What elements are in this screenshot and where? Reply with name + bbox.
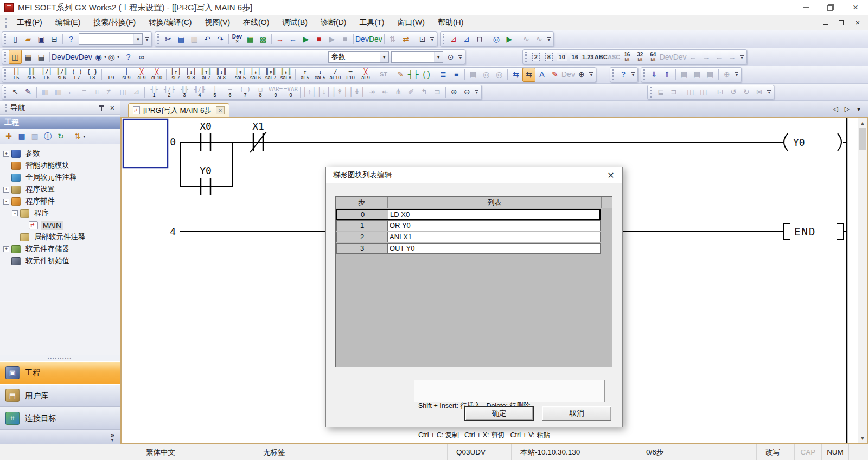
- delete-line-button[interactable]: ╳aF9: [358, 67, 373, 82]
- menu-item-9[interactable]: 窗口(W): [391, 16, 431, 30]
- polyline-icon[interactable]: ⊿: [130, 85, 143, 99]
- rising-pulse-close-branch-button[interactable]: ╢↟╟saF7: [263, 67, 278, 82]
- falling-pulse-branch-button[interactable]: ╢↓╟aF8: [214, 67, 229, 82]
- input-app-8-icon[interactable]: □8: [253, 85, 268, 99]
- device-display-green-icon[interactable]: Dev: [369, 32, 382, 46]
- close-contact-button[interactable]: ┤∕├F6: [39, 67, 54, 82]
- mdi-minimize-button[interactable]: [818, 17, 832, 28]
- device-comment-edit-icon[interactable]: Dev✕: [231, 32, 244, 46]
- tree-item-program-setting[interactable]: +程序设置: [0, 183, 120, 195]
- device-display-blue-icon[interactable]: Dev: [355, 32, 369, 46]
- ladder-check-icon[interactable]: ⊿: [460, 32, 473, 46]
- menu-item-6[interactable]: 调试(B): [276, 16, 314, 30]
- instruction-cell[interactable]: OUT Y0: [388, 244, 600, 253]
- toolbar-grip[interactable]: [612, 69, 615, 80]
- menu-item-0[interactable]: 工程(P): [10, 16, 49, 30]
- note-display-icon[interactable]: Dev: [79, 50, 92, 64]
- falling-pulse-button[interactable]: ┤↓├sF8: [183, 67, 199, 82]
- toolbar-overflow-icon[interactable]: [739, 50, 745, 63]
- tree-item-intelligent-module[interactable]: 智能功能模块: [0, 159, 120, 171]
- combo-dropdown-icon[interactable]: ▼: [380, 52, 388, 62]
- toolbar-overflow-icon[interactable]: [546, 33, 552, 46]
- st-edit-icon[interactable]: ST: [377, 68, 390, 82]
- user-setting-icon[interactable]: ⊕: [720, 68, 733, 82]
- save-project-icon[interactable]: ▣: [35, 32, 48, 46]
- pulse-down2-icon[interactable]: ┤↡├: [348, 85, 366, 99]
- nav-copy-icon[interactable]: ▤: [15, 130, 28, 144]
- combo-dropdown-icon[interactable]: ▼: [133, 34, 142, 44]
- zoom-tool-icon[interactable]: ⊕: [575, 68, 588, 82]
- window-split2-icon[interactable]: ◫: [697, 85, 710, 99]
- device-comment-icon[interactable]: Dev: [52, 50, 65, 64]
- pin-icon[interactable]: [98, 104, 105, 111]
- block-box-icon[interactable]: ⊡: [714, 85, 727, 99]
- block-select-icon[interactable]: ▦: [39, 85, 52, 99]
- module-configuration-icon[interactable]: ▦: [22, 50, 35, 64]
- pulse-convert-icon[interactable]: ⌐: [65, 85, 78, 99]
- input-var-0-icon[interactable]: =VAR0: [283, 85, 298, 99]
- toolbar-overflow-icon[interactable]: [429, 33, 436, 46]
- menu-item-2[interactable]: 搜索/替换(F): [87, 16, 142, 30]
- device-find-combo[interactable]: ▼: [391, 51, 443, 63]
- display-ascii-icon[interactable]: ASC: [608, 50, 621, 64]
- instruction-cell[interactable]: LD X0: [388, 210, 599, 219]
- ok-button[interactable]: 确定: [464, 406, 534, 421]
- rect-select-icon[interactable]: ◫: [117, 85, 130, 99]
- tab-close-icon[interactable]: ✕: [216, 106, 225, 114]
- user-library-button[interactable]: ▤用户库: [0, 384, 120, 407]
- menu-item-8[interactable]: 工具(T): [353, 16, 391, 30]
- statement-display-icon[interactable]: Dev: [65, 50, 79, 64]
- menu-item-4[interactable]: 视图(V): [198, 16, 237, 30]
- redo-icon[interactable]: ↷: [214, 32, 227, 46]
- rising-pulse-branch-button[interactable]: ╢↑╟aF7: [199, 67, 214, 82]
- menu-item-10[interactable]: 帮助(H): [431, 16, 470, 30]
- scroll-up-icon[interactable]: ▲: [858, 118, 867, 127]
- project-view-button[interactable]: ▣工程: [0, 361, 120, 384]
- branch-edit-icon[interactable]: ↰: [418, 85, 431, 99]
- toolbar-grip[interactable]: [443, 34, 445, 44]
- tab-scroll-right-icon[interactable]: ▷: [845, 105, 850, 113]
- undo-icon[interactable]: ↶: [201, 32, 214, 46]
- trend-graph-icon[interactable]: ∿: [520, 32, 533, 46]
- device-display-format-icon[interactable]: ◉▾: [92, 50, 105, 64]
- minimize-button[interactable]: [793, 0, 818, 15]
- monitor-mode-icon[interactable]: ▦: [244, 32, 257, 46]
- help-icon[interactable]: ?: [65, 32, 78, 46]
- vertical-scrollbar[interactable]: ▲ ▼: [858, 118, 867, 443]
- tree-item-main[interactable]: MAIN: [0, 219, 120, 231]
- device-next2-icon[interactable]: →: [726, 50, 739, 64]
- instruction-row-1[interactable]: 1OR Y0: [336, 220, 601, 231]
- device-find-icon[interactable]: ◎▾: [105, 50, 118, 64]
- device-next-icon[interactable]: →: [700, 50, 713, 64]
- ladder-logic-test-icon[interactable]: ⊿: [447, 32, 460, 46]
- pulse-up-icon[interactable]: ┤↑├: [302, 85, 317, 99]
- line-edit-icon[interactable]: ≡: [78, 85, 91, 99]
- operation-falling-button[interactable]: ↓caF5: [312, 67, 328, 82]
- restore-button[interactable]: [818, 0, 843, 15]
- falling-pulse-close-button[interactable]: ┤↡├saF6: [248, 67, 263, 82]
- rising-pulse-close-button[interactable]: ┤↟├saF5: [233, 67, 248, 82]
- collapse-icon[interactable]: -: [3, 199, 9, 205]
- toolbar-overflow-icon[interactable]: [630, 68, 636, 81]
- align-left-icon[interactable]: ⊑: [654, 85, 667, 99]
- free-draw-icon[interactable]: ⌗: [91, 85, 104, 99]
- display-binary-icon[interactable]: 2: [529, 50, 542, 64]
- cross-reference-icon[interactable]: ∞: [135, 50, 148, 64]
- toolbar-overflow-icon[interactable]: [766, 86, 773, 99]
- new-project-icon[interactable]: ▯: [9, 32, 22, 46]
- toolbar-overflow-icon[interactable]: [474, 86, 480, 99]
- input-var-9-icon[interactable]: VAR=9: [268, 85, 283, 99]
- ladder-cursor-cell[interactable]: [123, 119, 168, 168]
- tab-list-icon[interactable]: ▼: [856, 106, 861, 112]
- close-branch-button[interactable]: ╢∕╟sF6: [54, 67, 69, 82]
- monitor-read-icon[interactable]: ◎: [480, 68, 493, 82]
- remote-operation-icon[interactable]: ⊡: [416, 32, 429, 46]
- toolbar-overflow-icon[interactable]: [733, 68, 740, 81]
- rising-pulse-button[interactable]: ┤↑├sF7: [168, 67, 183, 82]
- expand-icon[interactable]: +: [3, 246, 9, 252]
- inline-monitor-icon[interactable]: ⇆: [522, 68, 535, 82]
- device-prev2-icon[interactable]: ←: [713, 50, 726, 64]
- transfer-setup-icon[interactable]: ▶: [503, 32, 516, 46]
- tab-scroll-left-icon[interactable]: ◁: [833, 105, 838, 113]
- input-close-branch-4-icon[interactable]: ╢∕╟4: [192, 85, 207, 99]
